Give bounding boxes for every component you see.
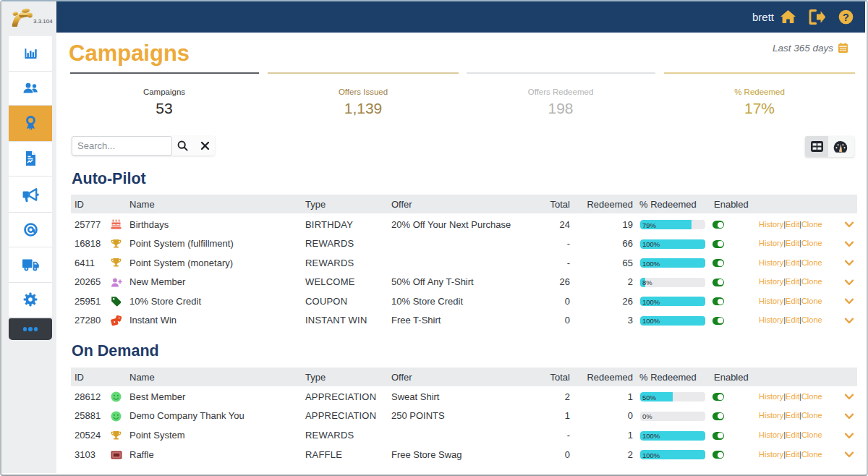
svg-text:?: ? <box>843 12 849 23</box>
